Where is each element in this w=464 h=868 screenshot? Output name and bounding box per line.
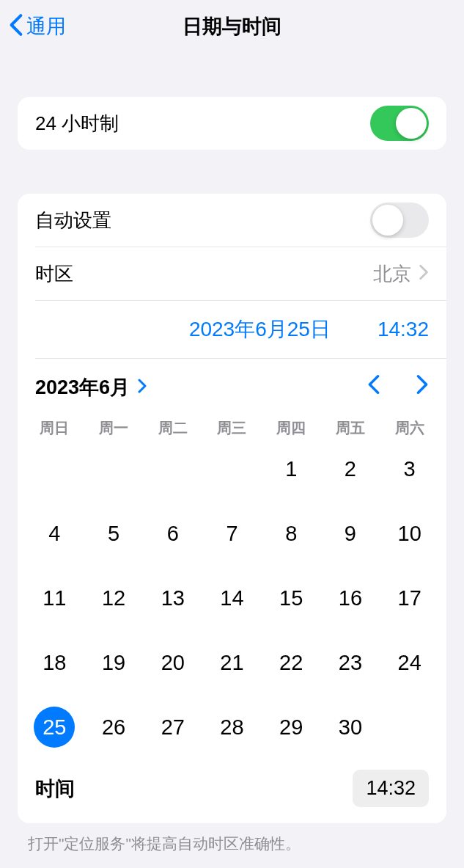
auto-set-label: 自动设置 bbox=[35, 208, 111, 233]
day-cell bbox=[84, 447, 144, 491]
month-label-text: 2023年6月 bbox=[35, 374, 130, 401]
day-number: 15 bbox=[270, 577, 312, 619]
timezone-value-group: 北京 bbox=[373, 261, 429, 287]
day-number: 16 bbox=[330, 577, 371, 619]
day-number: 13 bbox=[152, 577, 194, 619]
day-number: 11 bbox=[34, 577, 75, 619]
day-cell[interactable]: 20 bbox=[143, 641, 202, 685]
day-cell[interactable]: 14 bbox=[202, 576, 262, 620]
day-cell bbox=[202, 447, 262, 491]
weekday-label: 周四 bbox=[262, 418, 321, 438]
month-navigation: 2023年6月 bbox=[18, 359, 446, 412]
back-label: 通用 bbox=[26, 13, 66, 40]
day-cell[interactable]: 7 bbox=[202, 511, 262, 555]
day-cell[interactable]: 27 bbox=[143, 705, 202, 749]
day-number: 2 bbox=[330, 448, 371, 489]
day-cell[interactable]: 26 bbox=[84, 705, 144, 749]
day-cell[interactable]: 29 bbox=[262, 705, 321, 749]
day-number: 4 bbox=[34, 513, 75, 554]
day-cell bbox=[143, 447, 202, 491]
day-number: 10 bbox=[389, 513, 430, 554]
chevron-left-icon bbox=[9, 13, 23, 40]
section-twentyfour-hour: 24 小时制 bbox=[18, 97, 446, 150]
next-month-button[interactable] bbox=[416, 373, 429, 401]
day-cell[interactable]: 18 bbox=[25, 641, 84, 685]
switch-knob-icon bbox=[372, 205, 403, 236]
page-title: 日期与时间 bbox=[183, 13, 281, 40]
time-picker-button[interactable]: 14:32 bbox=[353, 770, 429, 807]
auto-set-toggle[interactable] bbox=[370, 203, 429, 238]
day-cell bbox=[25, 447, 84, 491]
day-cell[interactable]: 1 bbox=[262, 447, 321, 491]
day-number: 20 bbox=[152, 642, 194, 683]
day-cell[interactable]: 24 bbox=[380, 641, 439, 685]
day-cell bbox=[380, 705, 439, 749]
day-cell[interactable]: 4 bbox=[25, 511, 84, 555]
calendar-grid: 1234567891011121314151617181920212223242… bbox=[18, 447, 446, 756]
month-label-button[interactable]: 2023年6月 bbox=[35, 374, 147, 401]
day-cell[interactable]: 17 bbox=[380, 576, 439, 620]
time-display[interactable]: 14:32 bbox=[378, 318, 429, 341]
day-number-selected: 25 bbox=[34, 707, 75, 748]
datetime-display-row: 2023年6月25日 14:32 bbox=[18, 301, 446, 358]
day-cell[interactable]: 16 bbox=[321, 576, 380, 620]
day-cell[interactable]: 28 bbox=[202, 705, 262, 749]
chevron-right-icon bbox=[419, 263, 429, 285]
day-number: 7 bbox=[211, 513, 252, 554]
month-arrows bbox=[367, 373, 429, 401]
day-cell[interactable]: 3 bbox=[380, 447, 439, 491]
day-cell[interactable]: 30 bbox=[321, 705, 380, 749]
row-auto-set: 自动设置 bbox=[18, 194, 446, 247]
day-cell[interactable]: 2 bbox=[321, 447, 380, 491]
day-number: 21 bbox=[211, 642, 252, 683]
weekday-label: 周六 bbox=[380, 418, 439, 438]
day-number: 1 bbox=[270, 448, 312, 489]
back-button[interactable]: 通用 bbox=[9, 13, 66, 40]
time-label: 时间 bbox=[35, 776, 75, 802]
day-cell[interactable]: 23 bbox=[321, 641, 380, 685]
day-number: 22 bbox=[270, 642, 312, 683]
day-number: 29 bbox=[270, 707, 312, 748]
day-cell[interactable]: 13 bbox=[143, 576, 202, 620]
weekday-label: 周二 bbox=[143, 418, 202, 438]
section-datetime-settings: 自动设置 时区 北京 2023年6月25日 14:32 2023年6月 bbox=[18, 194, 446, 823]
day-cell[interactable]: 15 bbox=[262, 576, 321, 620]
day-number: 6 bbox=[152, 513, 194, 554]
day-number: 17 bbox=[389, 577, 430, 619]
day-number: 24 bbox=[389, 642, 430, 683]
day-cell[interactable]: 12 bbox=[84, 576, 144, 620]
day-cell[interactable]: 22 bbox=[262, 641, 321, 685]
timezone-value: 北京 bbox=[373, 261, 411, 287]
row-timezone[interactable]: 时区 北京 bbox=[18, 247, 446, 300]
day-cell[interactable]: 9 bbox=[321, 511, 380, 555]
weekday-label: 周三 bbox=[202, 418, 262, 438]
twentyfour-hour-toggle[interactable] bbox=[370, 106, 429, 141]
day-cell[interactable]: 25 bbox=[25, 705, 84, 749]
footer-note: 打开"定位服务"将提高自动时区准确性。 bbox=[28, 834, 436, 854]
day-number: 23 bbox=[330, 642, 371, 683]
day-cell[interactable]: 8 bbox=[262, 511, 321, 555]
day-cell[interactable]: 11 bbox=[25, 576, 84, 620]
day-cell[interactable]: 5 bbox=[84, 511, 144, 555]
day-number: 14 bbox=[211, 577, 252, 619]
day-cell[interactable]: 21 bbox=[202, 641, 262, 685]
page-header: 通用 日期与时间 bbox=[0, 0, 464, 53]
day-number: 27 bbox=[152, 707, 194, 748]
day-number: 19 bbox=[93, 642, 134, 683]
day-number: 9 bbox=[330, 513, 371, 554]
previous-month-button[interactable] bbox=[367, 373, 380, 401]
chevron-right-icon bbox=[137, 377, 147, 398]
day-number: 18 bbox=[34, 642, 75, 683]
day-number: 12 bbox=[93, 577, 134, 619]
row-twentyfour-hour: 24 小时制 bbox=[18, 97, 446, 150]
weekday-label: 周一 bbox=[84, 418, 144, 438]
weekday-label: 周日 bbox=[25, 418, 84, 438]
day-number: 3 bbox=[389, 448, 430, 489]
timezone-label: 时区 bbox=[35, 261, 73, 287]
day-number: 5 bbox=[93, 513, 134, 554]
day-cell[interactable]: 19 bbox=[84, 641, 144, 685]
date-display[interactable]: 2023年6月25日 bbox=[189, 316, 331, 343]
day-cell[interactable]: 10 bbox=[380, 511, 439, 555]
day-number: 8 bbox=[270, 513, 312, 554]
day-cell[interactable]: 6 bbox=[143, 511, 202, 555]
